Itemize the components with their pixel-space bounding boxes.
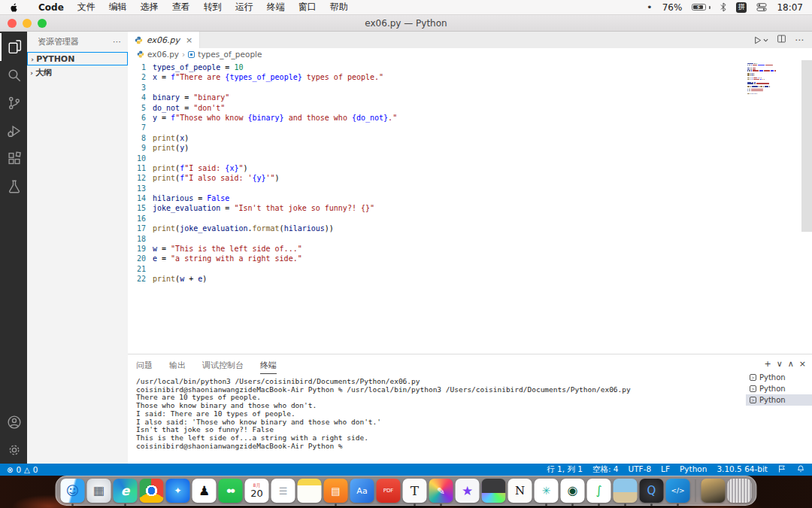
dock-notion-icon[interactable]: N — [508, 479, 532, 503]
editor-more-actions-icon[interactable]: ⋯ — [795, 35, 804, 45]
menubar-menu-item[interactable]: 终端 — [260, 1, 292, 14]
maximize-panel-button[interactable]: ∧ — [788, 359, 794, 369]
status-item[interactable]: UTF-8 — [629, 464, 652, 475]
line-number: 20 — [128, 254, 153, 263]
status-item[interactable]: LF — [661, 464, 670, 475]
menubar-menu-item[interactable]: 文件 — [71, 1, 102, 14]
minimap[interactable] — [747, 63, 798, 95]
dock-safari-icon[interactable]: ✦ — [166, 479, 190, 503]
dock-green-f-app-icon[interactable]: ∫ — [587, 479, 611, 503]
dock-trash-icon[interactable] — [728, 479, 752, 503]
search-icon[interactable] — [0, 61, 27, 89]
breadcrumb-symbol[interactable]: types_of_people — [198, 50, 262, 59]
panel-tab-输出[interactable]: 输出 — [169, 360, 186, 371]
breadcrumb-file[interactable]: ex06.py — [147, 50, 179, 59]
code-line: 6y = f"Those who know {binary} and those… — [128, 113, 812, 123]
dock-wechat-icon[interactable]: ●● — [219, 479, 243, 503]
sidebar-more-actions-icon[interactable]: ⋯ — [113, 37, 122, 47]
panel-tabs: 问题输出调试控制台终端 — [136, 354, 746, 376]
dock-final-cut-pro-icon[interactable] — [482, 479, 506, 503]
zoom-window-button[interactable] — [38, 19, 47, 28]
panel-tab-问题[interactable]: 问题 — [136, 360, 153, 371]
breadcrumb[interactable]: ex06.py › types_of_people — [128, 48, 812, 60]
menubar-menu-item[interactable]: 帮助 — [323, 1, 355, 14]
dock-finder-icon[interactable]: ☺ — [61, 479, 85, 503]
dock-reminders-icon[interactable]: ☰ — [271, 479, 295, 503]
line-number: 9 — [128, 143, 153, 153]
terminal-list-item[interactable]: >Python — [746, 383, 812, 394]
tab-close-icon[interactable]: × — [186, 35, 192, 45]
control-center-icon[interactable] — [756, 2, 767, 12]
dock-pixelmator-icon[interactable]: ✎ — [429, 479, 453, 503]
menubar-menu-item[interactable]: 查看 — [165, 1, 197, 14]
accounts-icon[interactable] — [0, 408, 27, 436]
dock-marginnote-icon[interactable]: ✳ — [535, 479, 559, 503]
terminal-list-item[interactable]: >Python — [746, 372, 812, 383]
launch-profile-dropdown[interactable]: ∨ — [777, 359, 783, 369]
menubar-menu-item[interactable]: 窗口 — [292, 1, 323, 14]
sidebar-section-python[interactable]: › PYTHON — [27, 52, 128, 65]
close-panel-button[interactable]: × — [799, 359, 806, 369]
split-editor-icon[interactable] — [777, 34, 786, 46]
editor-scrollbar[interactable] — [801, 60, 812, 232]
sidebar-section-outline[interactable]: › 大纲 — [27, 65, 128, 79]
dock-imovie-icon[interactable]: ★ — [456, 479, 480, 503]
feedback-icon[interactable] — [777, 464, 786, 475]
dock-books-icon[interactable]: ▤ — [324, 479, 348, 503]
extensions-icon[interactable] — [0, 144, 27, 172]
testing-icon[interactable] — [0, 172, 27, 200]
status-item[interactable]: 3.10.5 64-bit — [717, 464, 768, 475]
battery-icon[interactable]: ⚡ — [692, 4, 710, 11]
run-python-file-button[interactable] — [753, 35, 768, 45]
dock-separator — [695, 479, 696, 502]
symbol-variable-icon — [188, 51, 195, 58]
dock-calendar-icon[interactable]: 8月20 — [245, 479, 269, 503]
panel-tab-终端[interactable]: 终端 — [260, 360, 277, 374]
running-indicator-dot — [440, 503, 442, 506]
dock-dictionary-icon[interactable]: Aa — [350, 479, 374, 503]
dock-vscode-icon[interactable]: </> — [666, 479, 690, 503]
line-number: 19 — [128, 244, 153, 254]
dock-notes-icon[interactable] — [298, 479, 322, 503]
clock[interactable]: 18:07 — [777, 2, 803, 13]
settings-gear-icon[interactable] — [0, 436, 27, 464]
new-terminal-button[interactable]: + — [764, 359, 771, 369]
code-lines: 1types_of_people = 102x = f"There are {t… — [128, 62, 812, 284]
dock-edge-icon[interactable]: e — [114, 479, 138, 503]
menubar-menu-item[interactable]: 运行 — [229, 1, 260, 14]
minimize-window-button[interactable] — [23, 19, 32, 28]
tab-ex06py[interactable]: ex06.py × — [128, 32, 200, 48]
menu-app-name[interactable]: Code — [32, 2, 71, 13]
code-editor[interactable]: 1types_of_people = 102x = f"There are {t… — [128, 60, 812, 354]
dock-typora-icon[interactable]: T — [403, 479, 427, 503]
menubar-menu-item[interactable]: 转到 — [197, 1, 229, 14]
input-method-icon[interactable]: 拼 — [736, 2, 747, 13]
notifications-bell-icon[interactable] — [796, 464, 805, 475]
bluetooth-icon[interactable] — [720, 2, 726, 12]
run-and-debug-icon[interactable] — [0, 117, 27, 144]
dock-launchpad-icon[interactable]: ▦ — [87, 479, 111, 503]
dock-photo-app-icon[interactable] — [614, 479, 638, 503]
dock-pdf-expert-icon[interactable]: PDF — [377, 479, 401, 503]
terminal-line: I said: There are 10 types of people. — [136, 410, 746, 418]
close-window-button[interactable] — [8, 19, 17, 28]
status-item[interactable]: 行 1, 列 1 — [547, 464, 583, 475]
dock-cfa-app-icon[interactable]: ◉ — [561, 479, 585, 503]
apple-menu-icon[interactable] — [9, 2, 20, 13]
dock-chrome-icon[interactable] — [140, 479, 164, 503]
status-item[interactable]: 空格: 4 — [592, 464, 619, 475]
dock-quicktime-icon[interactable]: Q — [640, 479, 664, 503]
status-item[interactable]: Python — [680, 464, 707, 475]
source-control-icon[interactable] — [0, 89, 27, 117]
dock-qq-icon[interactable]: ♟ — [192, 479, 217, 503]
bottom-panel: 问题输出调试控制台终端 /usr/local/bin/python3 /User… — [128, 354, 812, 464]
explorer-icon[interactable] — [0, 33, 27, 61]
status-right: 行 1, 列 1空格: 4UTF-8LFPython3.10.5 64-bit — [547, 464, 805, 475]
menubar-menu-item[interactable]: 编辑 — [102, 1, 134, 14]
menubar-menu-item[interactable]: 选择 — [134, 1, 165, 14]
terminal-output[interactable]: /usr/local/bin/python3 /Users/coisinibir… — [136, 378, 746, 450]
panel-tab-调试控制台[interactable]: 调试控制台 — [202, 360, 244, 371]
problems-status[interactable]: ⊗ 0 △ 0 — [7, 465, 38, 474]
terminal-list-item[interactable]: >Python — [746, 394, 812, 406]
dock-downloads-stack-icon[interactable] — [701, 479, 726, 503]
